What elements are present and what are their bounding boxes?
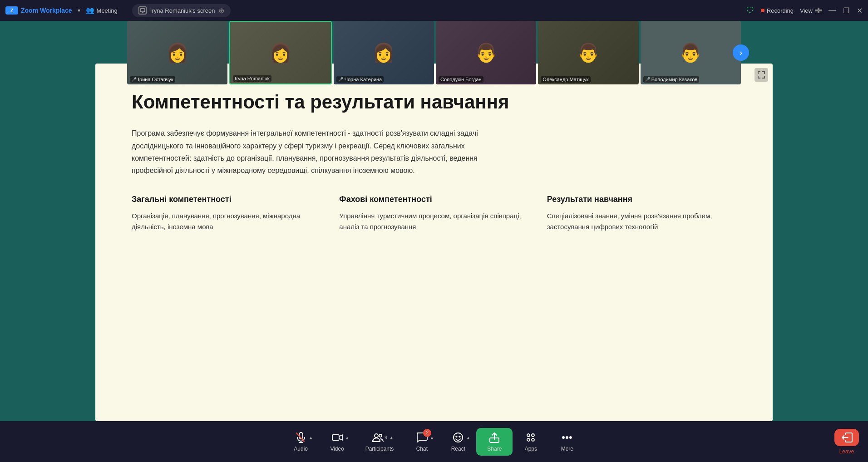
chat-chevron[interactable]: ▲ bbox=[429, 435, 434, 440]
screen-share-pill: Iryna Romaniuk's screen ⊕ bbox=[132, 4, 231, 17]
zoom-logo: Z Zoom Workplace bbox=[5, 6, 72, 15]
svg-rect-0 bbox=[140, 9, 145, 12]
leave-label: Leave bbox=[839, 448, 854, 455]
chat-icon-wrap: 2 ▲ bbox=[416, 432, 428, 443]
participant-avatar-4: 👨 bbox=[436, 21, 536, 84]
zoom-workplace-label: Zoom Workplace bbox=[21, 7, 72, 14]
audio-label: Audio bbox=[294, 446, 308, 452]
mic-muted-icon-3: 🎤 bbox=[338, 77, 343, 82]
mic-muted-icon-1: 🎤 bbox=[132, 77, 137, 82]
toolbar-more[interactable]: More bbox=[549, 432, 585, 452]
participant-label-4: Солодухін Богдан bbox=[439, 76, 483, 83]
share-label: Share bbox=[487, 446, 502, 452]
svg-rect-4 bbox=[815, 11, 818, 13]
svg-point-13 bbox=[454, 433, 463, 442]
participant-thumb-2[interactable]: 👩 Iryna Romaniuk bbox=[229, 21, 331, 84]
slide-title: Компетентності та результати навчання bbox=[132, 91, 736, 113]
participant-label-2: Iryna Romaniuk bbox=[233, 75, 271, 82]
share-icon-wrap bbox=[488, 432, 500, 443]
svg-point-14 bbox=[456, 436, 457, 437]
toolbar-participants[interactable]: 9 ▲ Participants bbox=[355, 432, 404, 452]
react-icon-wrap: ▲ bbox=[452, 432, 464, 443]
dropdown-arrow[interactable]: ▾ bbox=[78, 7, 80, 14]
svg-point-17 bbox=[527, 434, 530, 437]
slide-column-1: Загальні компетентності Організація, пла… bbox=[132, 195, 321, 232]
svg-point-12 bbox=[379, 434, 382, 437]
participant-thumb-1[interactable]: 👩 🎤 Ірина Остапчук bbox=[127, 21, 227, 84]
toolbar-share[interactable]: Share bbox=[476, 428, 513, 456]
more-icon bbox=[561, 432, 573, 443]
recording-button[interactable]: Recording bbox=[761, 7, 794, 14]
svg-rect-5 bbox=[819, 11, 822, 13]
slide-col-title-2: Фахові компетентності bbox=[339, 195, 528, 204]
toolbar-apps[interactable]: Apps bbox=[513, 432, 549, 452]
participant-label-3: 🎤 Чорна Катерина bbox=[336, 76, 384, 83]
expand-button[interactable] bbox=[755, 68, 768, 82]
participants-chevron[interactable]: ▲ bbox=[389, 435, 394, 440]
svg-point-22 bbox=[566, 437, 568, 438]
leave-icon-wrap bbox=[834, 429, 859, 446]
next-participants-button[interactable]: › bbox=[732, 21, 750, 84]
react-label: React bbox=[451, 446, 465, 452]
participant-thumb-6[interactable]: 👨 🎤 Володимир Казаков bbox=[641, 21, 741, 84]
slide-column-2: Фахові компетентності Управління туристи… bbox=[339, 195, 528, 232]
toolbar-chat[interactable]: 2 ▲ Chat bbox=[404, 432, 440, 452]
leave-icon bbox=[841, 433, 853, 442]
participant-avatar-3: 👩 bbox=[334, 21, 434, 84]
participant-avatar-5: 👨 bbox=[538, 21, 638, 84]
toolbar-audio[interactable]: ▲ Audio bbox=[283, 432, 319, 452]
video-chevron[interactable]: ▲ bbox=[345, 435, 350, 440]
close-button[interactable]: ✕ bbox=[857, 6, 863, 15]
participant-thumb-3[interactable]: 👩 🎤 Чорна Катерина bbox=[334, 21, 434, 84]
svg-point-23 bbox=[570, 437, 572, 438]
shield-icon: 🛡 bbox=[746, 6, 755, 15]
more-label: More bbox=[561, 446, 573, 452]
participants-icon bbox=[372, 432, 384, 443]
mic-muted-icon-6: 🎤 bbox=[645, 77, 650, 82]
video-icon-wrap: ▲ bbox=[331, 432, 343, 443]
participant-avatar-2: 👩 bbox=[230, 22, 330, 84]
react-chevron[interactable]: ▲ bbox=[466, 435, 470, 440]
screen-share-icon bbox=[138, 6, 147, 15]
meeting-button[interactable]: 👥 Meeting bbox=[86, 6, 118, 15]
svg-point-20 bbox=[532, 438, 534, 441]
participant-thumb-5[interactable]: 👨 Олександр Матіщук bbox=[538, 21, 638, 84]
slide-body: Програма забезпечує формування інтеграль… bbox=[132, 127, 504, 177]
maximize-button[interactable]: ❐ bbox=[843, 6, 849, 15]
participant-label-5: Олександр Матіщук bbox=[541, 76, 590, 83]
window-controls[interactable]: — ❐ ✕ bbox=[829, 6, 863, 15]
zoom-logo-icon: Z bbox=[5, 6, 18, 15]
video-icon bbox=[331, 432, 343, 443]
minimize-button[interactable]: — bbox=[829, 6, 836, 15]
participants-icon-wrap: 9 ▲ bbox=[372, 432, 387, 443]
toolbar-video[interactable]: ▲ Video bbox=[319, 432, 355, 452]
slide-column-3: Результати навчання Спеціалізовані знанн… bbox=[547, 195, 736, 232]
participant-label-1: 🎤 Ірина Остапчук bbox=[130, 76, 175, 83]
svg-point-19 bbox=[527, 438, 530, 441]
view-button[interactable]: View bbox=[800, 7, 822, 14]
svg-point-21 bbox=[562, 437, 564, 438]
video-label: Video bbox=[330, 446, 344, 452]
share-icon bbox=[488, 432, 500, 443]
apps-label: Apps bbox=[525, 446, 537, 452]
participants-label: Participants bbox=[365, 446, 394, 452]
screen-share-more[interactable]: ⊕ bbox=[218, 6, 224, 15]
audio-icon bbox=[295, 432, 307, 443]
next-arrow-circle[interactable]: › bbox=[733, 44, 749, 61]
slide-columns: Загальні компетентності Організація, пла… bbox=[132, 195, 736, 232]
view-label: View bbox=[800, 7, 813, 14]
apps-icon-wrap bbox=[525, 432, 537, 443]
participant-avatar-1: 👩 bbox=[127, 21, 227, 84]
slide-col-body-2: Управління туристичним процесом, організ… bbox=[339, 211, 528, 232]
svg-point-18 bbox=[532, 434, 534, 437]
svg-point-15 bbox=[459, 436, 460, 437]
leave-button[interactable]: Leave bbox=[834, 429, 859, 455]
apps-icon bbox=[525, 432, 537, 443]
participant-thumb-4[interactable]: 👨 Солодухін Богдан bbox=[436, 21, 536, 84]
svg-point-11 bbox=[375, 434, 378, 437]
screen-share-label: Iryna Romaniuk's screen bbox=[150, 7, 215, 14]
top-bar-right: 🛡 Recording View — ❐ ✕ bbox=[746, 6, 863, 15]
toolbar-react[interactable]: ▲ React bbox=[440, 432, 476, 452]
audio-chevron[interactable]: ▲ bbox=[309, 435, 313, 440]
top-bar: Z Zoom Workplace ▾ 👥 Meeting Iryna Roman… bbox=[0, 0, 868, 21]
